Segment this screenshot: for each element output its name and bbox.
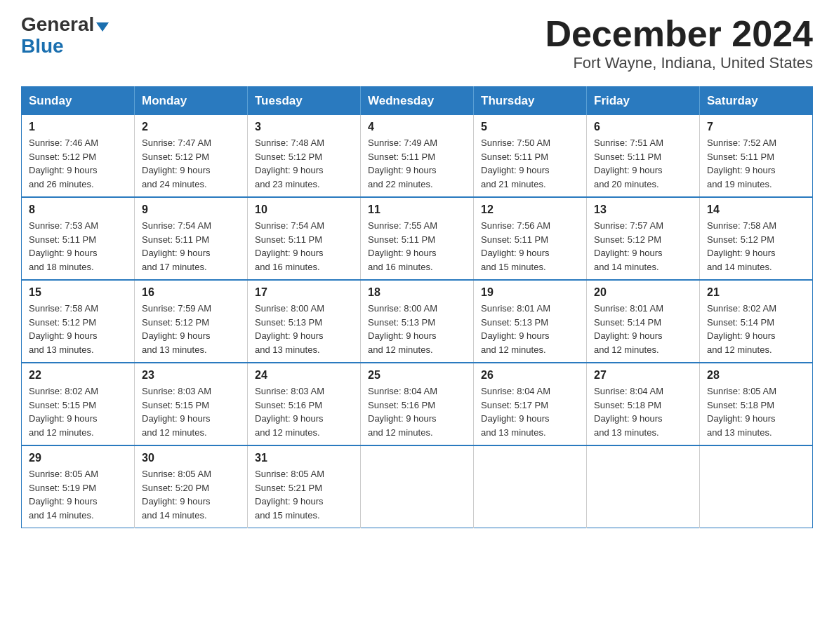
day-info: Sunrise: 7:52 AMSunset: 5:11 PMDaylight:… [707, 137, 776, 189]
calendar-cell: 31 Sunrise: 8:05 AMSunset: 5:21 PMDaylig… [248, 445, 361, 528]
calendar-cell: 5 Sunrise: 7:50 AMSunset: 5:11 PMDayligh… [474, 115, 587, 197]
calendar-cell: 13 Sunrise: 7:57 AMSunset: 5:12 PMDaylig… [587, 197, 700, 280]
day-info: Sunrise: 8:04 AMSunset: 5:16 PMDaylight:… [368, 386, 437, 438]
day-info: Sunrise: 8:05 AMSunset: 5:21 PMDaylight:… [255, 469, 324, 521]
day-info: Sunrise: 7:57 AMSunset: 5:12 PMDaylight:… [594, 220, 663, 272]
day-number: 18 [368, 286, 466, 299]
calendar-table: Sunday Monday Tuesday Wednesday Thursday… [21, 86, 813, 528]
day-number: 6 [594, 121, 692, 133]
day-number: 28 [707, 369, 805, 382]
header-thursday: Thursday [474, 87, 587, 116]
logo-triangle-icon [96, 22, 109, 32]
calendar-cell: 25 Sunrise: 8:04 AMSunset: 5:16 PMDaylig… [361, 363, 474, 445]
day-number: 26 [481, 369, 579, 382]
day-number: 21 [707, 286, 805, 299]
day-info: Sunrise: 8:05 AMSunset: 5:19 PMDaylight:… [29, 469, 98, 521]
day-info: Sunrise: 8:01 AMSunset: 5:13 PMDaylight:… [481, 303, 550, 355]
calendar-cell: 24 Sunrise: 8:03 AMSunset: 5:16 PMDaylig… [248, 363, 361, 445]
day-number: 11 [368, 203, 466, 216]
day-number: 5 [481, 121, 579, 133]
calendar-cell: 6 Sunrise: 7:51 AMSunset: 5:11 PMDayligh… [587, 115, 700, 197]
day-number: 4 [368, 121, 466, 133]
day-info: Sunrise: 7:53 AMSunset: 5:11 PMDaylight:… [29, 220, 98, 272]
logo-general-text: General [21, 14, 94, 36]
day-info: Sunrise: 8:04 AMSunset: 5:17 PMDaylight:… [481, 386, 550, 438]
day-info: Sunrise: 7:55 AMSunset: 5:11 PMDaylight:… [368, 220, 437, 272]
day-number: 30 [142, 452, 240, 464]
calendar-cell: 19 Sunrise: 8:01 AMSunset: 5:13 PMDaylig… [474, 280, 587, 363]
day-info: Sunrise: 8:03 AMSunset: 5:16 PMDaylight:… [255, 386, 324, 438]
day-number: 9 [142, 203, 240, 216]
day-info: Sunrise: 7:48 AMSunset: 5:12 PMDaylight:… [255, 137, 324, 189]
day-info: Sunrise: 8:04 AMSunset: 5:18 PMDaylight:… [594, 386, 663, 438]
calendar-cell: 23 Sunrise: 8:03 AMSunset: 5:15 PMDaylig… [135, 363, 248, 445]
calendar-header: Sunday Monday Tuesday Wednesday Thursday… [22, 87, 813, 116]
calendar-cell: 28 Sunrise: 8:05 AMSunset: 5:18 PMDaylig… [700, 363, 813, 445]
calendar-cell: 4 Sunrise: 7:49 AMSunset: 5:11 PMDayligh… [361, 115, 474, 197]
day-info: Sunrise: 7:58 AMSunset: 5:12 PMDaylight:… [707, 220, 776, 272]
header-wednesday: Wednesday [361, 87, 474, 116]
calendar-cell: 12 Sunrise: 7:56 AMSunset: 5:11 PMDaylig… [474, 197, 587, 280]
day-info: Sunrise: 8:00 AMSunset: 5:13 PMDaylight:… [368, 303, 437, 355]
day-info: Sunrise: 7:46 AMSunset: 5:12 PMDaylight:… [29, 137, 98, 189]
calendar-cell: 20 Sunrise: 8:01 AMSunset: 5:14 PMDaylig… [587, 280, 700, 363]
day-number: 22 [29, 369, 127, 382]
day-number: 19 [481, 286, 579, 299]
calendar-cell: 26 Sunrise: 8:04 AMSunset: 5:17 PMDaylig… [474, 363, 587, 445]
day-info: Sunrise: 8:03 AMSunset: 5:15 PMDaylight:… [142, 386, 211, 438]
calendar-cell: 22 Sunrise: 8:02 AMSunset: 5:15 PMDaylig… [22, 363, 135, 445]
header-row: Sunday Monday Tuesday Wednesday Thursday… [22, 87, 813, 116]
day-number: 24 [255, 369, 353, 382]
calendar-cell: 9 Sunrise: 7:54 AMSunset: 5:11 PMDayligh… [135, 197, 248, 280]
day-info: Sunrise: 8:01 AMSunset: 5:14 PMDaylight:… [594, 303, 663, 355]
day-number: 29 [29, 452, 127, 464]
calendar-cell: 30 Sunrise: 8:05 AMSunset: 5:20 PMDaylig… [135, 445, 248, 528]
day-number: 25 [368, 369, 466, 382]
day-info: Sunrise: 8:00 AMSunset: 5:13 PMDaylight:… [255, 303, 324, 355]
day-info: Sunrise: 7:49 AMSunset: 5:11 PMDaylight:… [368, 137, 437, 189]
header-monday: Monday [135, 87, 248, 116]
day-number: 3 [255, 121, 353, 133]
calendar-cell: 14 Sunrise: 7:58 AMSunset: 5:12 PMDaylig… [700, 197, 813, 280]
calendar-cell: 17 Sunrise: 8:00 AMSunset: 5:13 PMDaylig… [248, 280, 361, 363]
calendar-cell: 16 Sunrise: 7:59 AMSunset: 5:12 PMDaylig… [135, 280, 248, 363]
day-info: Sunrise: 7:50 AMSunset: 5:11 PMDaylight:… [481, 137, 550, 189]
day-info: Sunrise: 7:54 AMSunset: 5:11 PMDaylight:… [255, 220, 324, 272]
day-info: Sunrise: 7:54 AMSunset: 5:11 PMDaylight:… [142, 220, 211, 272]
day-info: Sunrise: 7:51 AMSunset: 5:11 PMDaylight:… [594, 137, 663, 189]
day-number: 20 [594, 286, 692, 299]
calendar-cell: 1 Sunrise: 7:46 AMSunset: 5:12 PMDayligh… [22, 115, 135, 197]
logo-blue-text: Blue [21, 35, 64, 57]
calendar-cell: 18 Sunrise: 8:00 AMSunset: 5:13 PMDaylig… [361, 280, 474, 363]
calendar-cell: 29 Sunrise: 8:05 AMSunset: 5:19 PMDaylig… [22, 445, 135, 528]
day-number: 31 [255, 452, 353, 464]
week-row-4: 22 Sunrise: 8:02 AMSunset: 5:15 PMDaylig… [22, 363, 813, 445]
day-info: Sunrise: 7:58 AMSunset: 5:12 PMDaylight:… [29, 303, 98, 355]
header-tuesday: Tuesday [248, 87, 361, 116]
week-row-5: 29 Sunrise: 8:05 AMSunset: 5:19 PMDaylig… [22, 445, 813, 528]
day-info: Sunrise: 7:59 AMSunset: 5:12 PMDaylight:… [142, 303, 211, 355]
day-info: Sunrise: 8:05 AMSunset: 5:18 PMDaylight:… [707, 386, 776, 438]
day-number: 10 [255, 203, 353, 216]
calendar-cell: 7 Sunrise: 7:52 AMSunset: 5:11 PMDayligh… [700, 115, 813, 197]
calendar-cell: 2 Sunrise: 7:47 AMSunset: 5:12 PMDayligh… [135, 115, 248, 197]
day-number: 27 [594, 369, 692, 382]
page-header: General Blue December 2024 Fort Wayne, I… [21, 14, 813, 72]
day-info: Sunrise: 8:02 AMSunset: 5:14 PMDaylight:… [707, 303, 776, 355]
calendar-cell: 21 Sunrise: 8:02 AMSunset: 5:14 PMDaylig… [700, 280, 813, 363]
calendar-cell [700, 445, 813, 528]
day-info: Sunrise: 8:05 AMSunset: 5:20 PMDaylight:… [142, 469, 211, 521]
day-number: 23 [142, 369, 240, 382]
title-block: December 2024 Fort Wayne, Indiana, Unite… [545, 14, 813, 72]
week-row-2: 8 Sunrise: 7:53 AMSunset: 5:11 PMDayligh… [22, 197, 813, 280]
day-info: Sunrise: 8:02 AMSunset: 5:15 PMDaylight:… [29, 386, 98, 438]
day-number: 13 [594, 203, 692, 216]
calendar-cell [587, 445, 700, 528]
day-number: 16 [142, 286, 240, 299]
calendar-body: 1 Sunrise: 7:46 AMSunset: 5:12 PMDayligh… [22, 115, 813, 528]
day-number: 7 [707, 121, 805, 133]
day-number: 12 [481, 203, 579, 216]
day-number: 14 [707, 203, 805, 216]
calendar-cell: 10 Sunrise: 7:54 AMSunset: 5:11 PMDaylig… [248, 197, 361, 280]
day-number: 2 [142, 121, 240, 133]
